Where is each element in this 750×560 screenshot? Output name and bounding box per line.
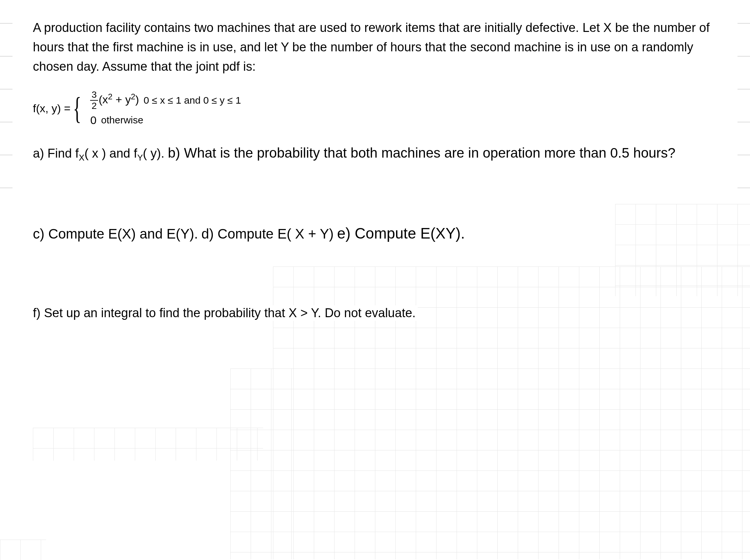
- formula-lhs: f(x, y) =: [33, 102, 70, 115]
- question-a: a) Find fX( x ) and fY( y).: [33, 146, 166, 161]
- question-b: b) What is the probability that both mac…: [168, 144, 677, 162]
- formula-exponent: 2: [131, 92, 136, 101]
- problem-intro: A production facility contains two machi…: [33, 18, 717, 76]
- grid-background: [33, 428, 263, 461]
- question-text: a) Find f: [33, 146, 79, 160]
- left-brace-icon: {: [73, 96, 81, 121]
- subscript: Y: [137, 153, 143, 162]
- formula-condition-1: 0 ≤ x ≤ 1 and 0 ≤ y ≤ 1: [144, 95, 241, 106]
- formula-text: (x: [99, 93, 108, 106]
- question-text: ( y).: [143, 146, 164, 160]
- grid-background: [230, 368, 296, 559]
- question-e: e) Compute E(XY).: [337, 224, 467, 243]
- formula-condition-2: otherwise: [101, 115, 143, 126]
- joint-pdf-formula: f(x, y) = { 3 2 (x2 + y2) 0 ≤ x ≤ 1 and …: [33, 89, 717, 128]
- formula-zero: 0: [90, 114, 96, 127]
- formula-text: ): [135, 93, 139, 106]
- fraction-numerator: 3: [90, 90, 98, 101]
- grid-background: [0, 540, 46, 560]
- document-content: A production facility contains two machi…: [0, 0, 750, 334]
- formula-case-2: 0 otherwise: [90, 114, 241, 127]
- question-text: ( x ) and f: [84, 146, 138, 160]
- subscript: X: [79, 153, 84, 162]
- question-d: d) Compute E( X + Y): [201, 225, 336, 242]
- question-c: c) Compute E(X) and E(Y).: [33, 225, 200, 242]
- fraction-three-half: 3 2: [90, 90, 98, 111]
- formula-text: + y: [113, 93, 131, 106]
- formula-case-1: 3 2 (x2 + y2) 0 ≤ x ≤ 1 and 0 ≤ y ≤ 1: [90, 90, 241, 111]
- formula-exponent: 2: [108, 92, 113, 101]
- fraction-denominator: 2: [90, 101, 98, 111]
- question-f: f) Set up an integral to find the probab…: [33, 305, 418, 321]
